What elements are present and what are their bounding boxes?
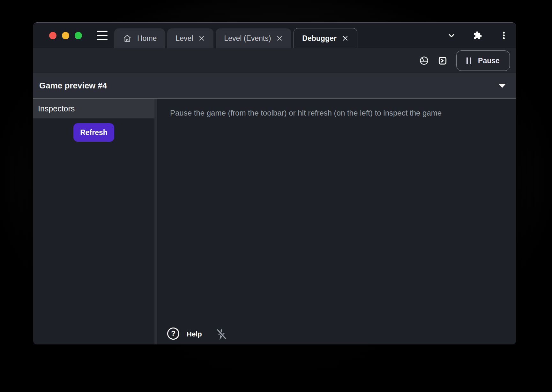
close-window-button[interactable] [49, 32, 56, 39]
hamburger-menu-icon[interactable] [97, 30, 108, 41]
unpin-flash-off-icon[interactable] [215, 328, 228, 341]
pause-icon [466, 57, 471, 64]
help-circle-icon: ? [166, 327, 180, 342]
panel-footer: ? Help [166, 327, 228, 342]
pause-button-label: Pause [478, 57, 500, 65]
tab-label: Level [175, 34, 193, 43]
minimize-window-button[interactable] [62, 32, 69, 39]
tab-close-icon[interactable] [342, 35, 349, 42]
puzzle-extensions-icon[interactable] [473, 31, 482, 40]
console-icon[interactable] [438, 56, 447, 65]
caret-down-icon[interactable] [499, 84, 506, 88]
kebab-menu-icon[interactable] [499, 31, 509, 40]
refresh-button[interactable]: Refresh [73, 123, 114, 142]
fullscreen-window-button[interactable] [75, 32, 82, 39]
tab-level-events[interactable]: Level (Events) [216, 28, 291, 48]
game-preview-selector[interactable]: Game preview #4 [33, 73, 516, 99]
svg-text:?: ? [171, 329, 175, 338]
tab-label: Level (Events) [224, 34, 271, 43]
tab-strip: Home Level Level (Events) [114, 23, 357, 48]
debugger-toolbar: Pause [33, 48, 516, 73]
tab-close-icon[interactable] [276, 35, 283, 42]
debugger-window: Home Level Level (Events) [33, 22, 516, 344]
tab-debugger[interactable]: Debugger [294, 28, 357, 48]
tab-home[interactable]: Home [114, 28, 165, 48]
sidebar-resize-divider[interactable] [154, 99, 157, 344]
help-label: Help [187, 330, 202, 338]
inspector-empty-message: Pause the game (from the toolbar) or hit… [157, 99, 516, 118]
tab-level[interactable]: Level [167, 28, 213, 48]
pause-button[interactable]: Pause [456, 50, 510, 71]
tab-label: Debugger [302, 34, 336, 43]
help-button[interactable]: ? Help [166, 327, 202, 342]
traffic-lights [49, 32, 82, 39]
inspectors-sidebar: Inspectors Refresh [33, 99, 154, 344]
game-preview-title: Game preview #4 [39, 81, 107, 91]
profiler-gauge-icon[interactable] [419, 56, 429, 65]
inspectors-header: Inspectors [33, 99, 154, 118]
tab-label: Home [137, 34, 157, 43]
home-icon [123, 34, 132, 43]
inspector-panel: Pause the game (from the toolbar) or hit… [157, 99, 516, 344]
chevron-down-icon[interactable] [447, 31, 456, 40]
inspectors-title: Inspectors [38, 104, 75, 113]
tabbar-right-actions [447, 23, 509, 48]
content-area: Inspectors Refresh Pause the game (from … [33, 99, 516, 344]
tab-bar: Home Level Level (Events) [33, 23, 516, 48]
tab-close-icon[interactable] [198, 35, 205, 42]
